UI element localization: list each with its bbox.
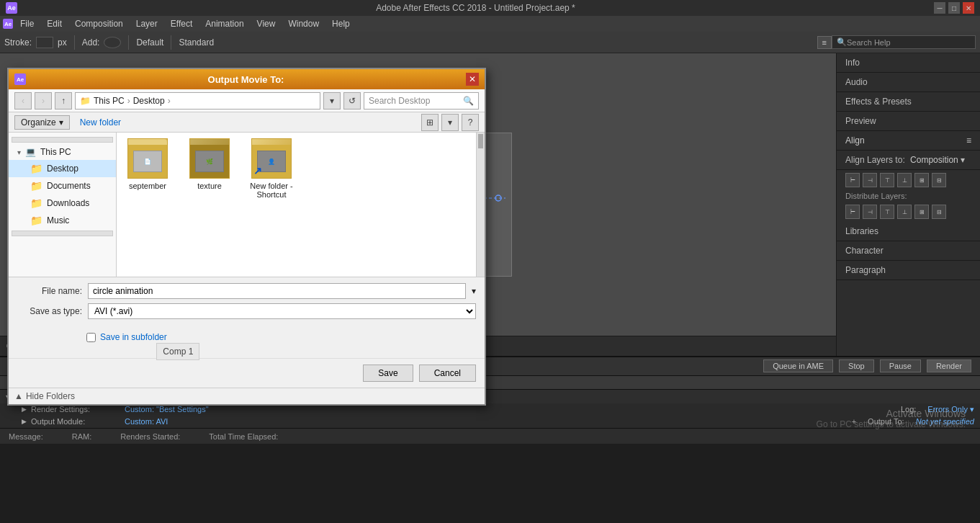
render-settings-label: Render Settings: bbox=[31, 405, 125, 414]
dialog-sidebar: ▾ 💻 This PC 📁 Desktop 📁 Documents bbox=[9, 133, 117, 277]
filename-label: File name: bbox=[17, 286, 82, 296]
menu-view[interactable]: View bbox=[251, 17, 282, 30]
scrollbar-thumb[interactable] bbox=[478, 134, 483, 148]
view-toggle-button[interactable]: ⊞ bbox=[421, 114, 439, 131]
this-pc-label: This PC bbox=[40, 147, 71, 157]
render-settings-link[interactable]: Custom: "Best Settings" bbox=[125, 405, 209, 414]
comp-name-row: Comp 1 bbox=[9, 345, 485, 358]
maximize-button[interactable]: □ bbox=[948, 2, 960, 14]
nav-forward-button[interactable]: › bbox=[35, 92, 52, 109]
distribute-right-button[interactable]: ⊤ bbox=[880, 205, 894, 219]
help-button[interactable]: ? bbox=[462, 114, 479, 131]
file-texture-label: texture bbox=[197, 182, 222, 190]
sidebar-documents[interactable]: 📁 Documents bbox=[9, 177, 116, 195]
save-subfolder-checkbox[interactable] bbox=[86, 333, 96, 342]
menu-edit[interactable]: Edit bbox=[41, 17, 68, 30]
file-september[interactable]: 📄 september bbox=[122, 138, 173, 199]
plus-icon[interactable]: + bbox=[852, 417, 856, 426]
filename-row: File name: ▾ bbox=[17, 283, 476, 299]
menu-window[interactable]: Window bbox=[282, 17, 325, 30]
add-swatch[interactable] bbox=[104, 37, 121, 48]
sidebar-desktop[interactable]: 📁 Desktop bbox=[9, 160, 116, 177]
pause-button[interactable]: Pause bbox=[880, 359, 921, 372]
output-to-link[interactable]: Not yet specified bbox=[916, 417, 974, 426]
new-folder-button[interactable]: New folder bbox=[74, 116, 127, 129]
search-desktop-box[interactable]: Search Desktop 🔍 bbox=[364, 92, 479, 109]
align-layers-to-value[interactable]: Composition bbox=[910, 155, 958, 165]
stop-button[interactable]: Stop bbox=[839, 359, 874, 372]
workspace-options-button[interactable]: ≡ bbox=[817, 36, 832, 49]
savetype-select[interactable]: AVI (*.avi) bbox=[88, 303, 476, 319]
menu-composition[interactable]: Composition bbox=[69, 17, 129, 30]
organize-label: Organize bbox=[21, 117, 56, 128]
hide-folders-row[interactable]: ▲ Hide Folders bbox=[9, 388, 485, 404]
align-center-h-button[interactable]: ⊣ bbox=[863, 173, 877, 187]
panel-paragraph[interactable]: Paragraph bbox=[837, 261, 980, 280]
align-bottom-button[interactable]: ⊟ bbox=[932, 173, 946, 187]
file-texture[interactable]: 🌿 texture bbox=[184, 138, 235, 199]
align-dropdown-arrow[interactable]: ▾ bbox=[961, 155, 965, 165]
sidebar-downloads[interactable]: 📁 Downloads bbox=[9, 195, 116, 212]
save-button[interactable]: Save bbox=[363, 365, 413, 382]
sidebar-scrollbar-top[interactable] bbox=[12, 137, 113, 143]
path-dropdown-button[interactable]: ▾ bbox=[323, 92, 341, 109]
sidebar-this-pc[interactable]: ▾ 💻 This PC bbox=[9, 144, 116, 160]
align-layers-to-label: Align Layers to: bbox=[845, 155, 905, 165]
panel-audio[interactable]: Audio bbox=[837, 73, 980, 92]
sidebar-music[interactable]: 📁 Music bbox=[9, 212, 116, 229]
distribute-left-button[interactable]: ⊢ bbox=[845, 205, 860, 219]
align-left-button[interactable]: ⊢ bbox=[845, 173, 860, 187]
path-this-pc[interactable]: This PC bbox=[94, 96, 125, 106]
panel-info[interactable]: Info bbox=[837, 53, 980, 73]
nav-back-button[interactable]: ‹ bbox=[14, 92, 32, 109]
menu-animation[interactable]: Animation bbox=[199, 17, 249, 30]
menu-effect[interactable]: Effect bbox=[165, 17, 198, 30]
align-menu-icon[interactable]: ≡ bbox=[966, 135, 971, 146]
search-icon: 🔍 bbox=[463, 96, 474, 106]
nav-up-button[interactable]: ↑ bbox=[55, 92, 72, 109]
panel-libraries[interactable]: Libraries bbox=[837, 222, 980, 241]
path-desktop[interactable]: Desktop bbox=[133, 96, 165, 106]
render-button[interactable]: Render bbox=[927, 359, 971, 372]
filename-dropdown-arrow[interactable]: ▾ bbox=[472, 286, 476, 296]
cancel-button[interactable]: Cancel bbox=[419, 365, 476, 382]
align-center-v-button[interactable]: ⊞ bbox=[914, 173, 929, 187]
distribute-top-button[interactable]: ⊥ bbox=[897, 205, 912, 219]
toolbar: Stroke: px Add: Default Standard ≡ 🔍 Sea… bbox=[0, 32, 980, 53]
right-panel: Info Audio Effects & Presets Preview Ali… bbox=[836, 53, 980, 356]
panel-character[interactable]: Character bbox=[837, 241, 980, 261]
organize-button[interactable]: Organize ▾ bbox=[14, 115, 70, 130]
dialog-close-button[interactable]: ✕ bbox=[466, 73, 479, 86]
file-new-folder-shortcut[interactable]: 👤 ↗ New folder - Shortcut bbox=[246, 138, 297, 199]
panel-effects-presets[interactable]: Effects & Presets bbox=[837, 92, 980, 112]
dialog-title: Output Movie To: bbox=[208, 74, 284, 85]
menu-layer[interactable]: Layer bbox=[130, 17, 163, 30]
expand-icon-om[interactable]: ▶ bbox=[22, 418, 27, 425]
queue-ame-button[interactable]: Queue in AME bbox=[763, 359, 833, 372]
output-movie-dialog: Ae Output Movie To: ✕ ‹ › ↑ 📁 This PC › … bbox=[7, 68, 486, 406]
align-right-button[interactable]: ⊤ bbox=[880, 173, 894, 187]
minimize-button[interactable]: ─ bbox=[934, 2, 945, 14]
distribute-buttons-row: ⊢ ⊣ ⊤ ⊥ ⊞ ⊟ bbox=[837, 202, 980, 222]
menu-file[interactable]: File bbox=[14, 17, 40, 30]
output-module-link[interactable]: Custom: AVI bbox=[125, 417, 168, 426]
save-subfolder-label[interactable]: Save in subfolder bbox=[100, 332, 167, 342]
view-dropdown-button[interactable]: ▾ bbox=[441, 114, 459, 131]
panel-preview[interactable]: Preview bbox=[837, 112, 980, 131]
log-dropdown[interactable]: Errors Only ▾ bbox=[927, 405, 974, 414]
stroke-color-swatch[interactable] bbox=[36, 37, 53, 48]
renders-started-label: Renders Started: bbox=[120, 432, 180, 441]
close-button[interactable]: ✕ bbox=[963, 2, 974, 14]
menu-help[interactable]: Help bbox=[326, 17, 356, 30]
refresh-button[interactable]: ↺ bbox=[343, 92, 361, 109]
distribute-bottom-button[interactable]: ⊟ bbox=[932, 205, 946, 219]
files-scrollbar[interactable] bbox=[476, 133, 485, 277]
distribute-center-h-button[interactable]: ⊣ bbox=[863, 205, 877, 219]
expand-icon-rs[interactable]: ▶ bbox=[22, 406, 27, 413]
distribute-center-v-button[interactable]: ⊞ bbox=[914, 205, 929, 219]
filename-input[interactable] bbox=[88, 283, 466, 299]
align-top-button[interactable]: ⊥ bbox=[897, 173, 912, 187]
sidebar-scrollbar-bottom[interactable] bbox=[12, 231, 113, 236]
this-pc-icon: 💻 bbox=[25, 147, 36, 157]
search-help-box[interactable]: 🔍 Search Help bbox=[832, 35, 976, 49]
